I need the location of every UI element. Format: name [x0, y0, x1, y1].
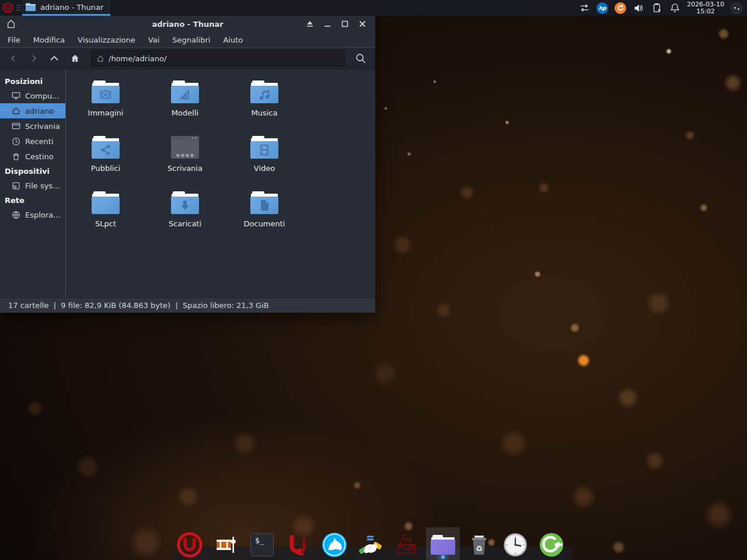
clipboard-icon[interactable] [651, 2, 662, 14]
dock-item-terminal[interactable]: $_ [249, 531, 275, 558]
dock-item-librewolf[interactable] [321, 531, 348, 558]
camera-emblem-icon [99, 89, 112, 100]
volume-icon[interactable] [633, 2, 644, 14]
dock-item-video-editor[interactable] [212, 531, 239, 558]
menu-file[interactable]: File [1, 33, 27, 47]
up-button[interactable] [46, 50, 63, 66]
file-item-documenti[interactable]: Documenti [225, 184, 304, 240]
search-icon [355, 52, 366, 64]
terminal-icon: $_ [250, 533, 274, 556]
sidebar-item-trash[interactable]: Cestino [0, 149, 65, 164]
dock-item-deals[interactable] [357, 531, 384, 558]
sidebar-item-label: File sys... [25, 181, 60, 190]
clock-history-icon [12, 137, 20, 146]
sidebar-item-label: Compu... [25, 92, 60, 100]
librewolf-icon [321, 531, 348, 558]
file-label: Modelli [172, 108, 198, 117]
file-item-video[interactable]: Video [225, 129, 304, 184]
template-emblem-icon [179, 89, 191, 100]
folder-downloads-icon [171, 191, 199, 214]
titlebar[interactable]: adriano - Thunar [0, 16, 375, 32]
sidebar-item-network[interactable]: Esplora... [0, 207, 65, 222]
sidebar-item-label: Cestino [25, 152, 54, 161]
maximize-button[interactable] [338, 18, 352, 30]
file-label: Scaricati [169, 219, 201, 228]
hp-tray-icon[interactable]: hp [596, 2, 608, 14]
sidebar: Posizioni Compu... adriano Scrivania [0, 69, 66, 298]
shade-button[interactable] [303, 18, 317, 30]
dock-item-ufficiozero-menu[interactable] [176, 531, 203, 558]
path-bar[interactable]: /home/adriano/ [91, 50, 345, 66]
file-label: Pubblici [91, 164, 120, 173]
dock-item-toolbox[interactable] [393, 531, 420, 558]
panel-handle[interactable] [16, 4, 21, 13]
video-editor-icon [214, 533, 238, 557]
menu-segnalibri[interactable]: Segnalibri [166, 33, 217, 47]
taskbar-window-button[interactable]: adriano - Thunar [22, 0, 110, 16]
file-item-pubblici[interactable]: Pubblici [66, 129, 145, 184]
sidebar-item-home[interactable]: adriano [0, 103, 65, 118]
file-item-modelli[interactable]: Modelli [145, 74, 225, 129]
dock-item-uget[interactable] [285, 531, 312, 558]
sidebar-header-dispositivi: Dispositivi [0, 164, 65, 178]
file-view[interactable]: Immagini Modelli [66, 69, 375, 298]
toolbox-icon [394, 532, 420, 558]
swap-arrows-icon[interactable] [578, 2, 590, 14]
notification-bell-icon[interactable] [669, 2, 680, 14]
sidebar-header-posizioni: Posizioni [0, 74, 65, 88]
dock-item-logout[interactable] [538, 531, 565, 558]
sidebar-item-label: Esplora... [25, 211, 61, 219]
sidebar-item-label: Scrivania [25, 122, 60, 131]
file-item-immagini[interactable]: Immagini [66, 74, 145, 129]
sidebar-item-label: adriano [25, 107, 54, 116]
menu-vai[interactable]: Vai [142, 33, 166, 47]
dock: $_ [176, 531, 565, 558]
download-emblem-icon [179, 200, 191, 211]
file-label: Immagini [88, 108, 124, 117]
forward-button[interactable] [25, 50, 43, 66]
file-label: Video [254, 164, 275, 173]
uget-icon [285, 532, 311, 558]
sidebar-item-computer[interactable]: Compu... [0, 88, 65, 103]
minimize-button[interactable] [320, 18, 334, 30]
desktop-folder-icon [171, 136, 199, 159]
dock-item-trash[interactable]: ♻ [466, 531, 493, 558]
folder-plain-icon [92, 191, 120, 214]
panel-clock-date: 2026-03-10 [687, 1, 724, 8]
file-label: Scrivania [167, 164, 203, 173]
svg-text:♻: ♻ [476, 544, 483, 553]
folder-public-icon [92, 136, 120, 159]
distro-logo-icon [2, 2, 13, 13]
sidebar-item-recent[interactable]: Recenti [0, 134, 65, 149]
analog-clock-icon [502, 532, 528, 558]
file-item-scrivania[interactable]: Scrivania [145, 129, 225, 184]
share-emblem-icon [100, 144, 111, 156]
file-label: Musica [252, 108, 278, 117]
desktop-icon [12, 122, 20, 130]
network-globe-icon [12, 211, 20, 219]
dock-item-file-manager[interactable] [430, 531, 456, 558]
file-item-musica[interactable]: Musica [225, 74, 304, 129]
dock-item-clock[interactable] [502, 531, 529, 558]
path-text: /home/adriano/ [109, 54, 166, 63]
sidebar-item-desktop[interactable]: Scrivania [0, 118, 65, 134]
search-button[interactable] [351, 50, 371, 66]
window-home-icon [6, 19, 16, 29]
home-button[interactable] [66, 50, 83, 66]
app-menu-button[interactable] [0, 0, 15, 16]
menu-modifica[interactable]: Modifica [27, 33, 71, 47]
menu-visualizzazione[interactable]: Visualizzazione [71, 33, 142, 47]
thunar-window: adriano - Thunar File Modifica Visualizz… [0, 16, 375, 313]
user-menu-avatar[interactable] [731, 2, 742, 14]
panel-clock[interactable]: 2026-03-10 15:02 [687, 1, 724, 15]
menu-aiuto[interactable]: Aiuto [217, 33, 249, 47]
back-button[interactable] [5, 50, 22, 66]
sidebar-item-filesystem[interactable]: File sys... [0, 178, 65, 193]
close-button[interactable] [355, 18, 369, 30]
update-notifier-icon[interactable] [615, 2, 626, 14]
file-item-scaricati[interactable]: Scaricati [145, 184, 225, 240]
file-label: Documenti [244, 219, 285, 228]
logout-power-icon [539, 532, 564, 558]
file-item-slpct[interactable]: SLpct [66, 184, 145, 240]
path-home-icon [96, 55, 104, 62]
